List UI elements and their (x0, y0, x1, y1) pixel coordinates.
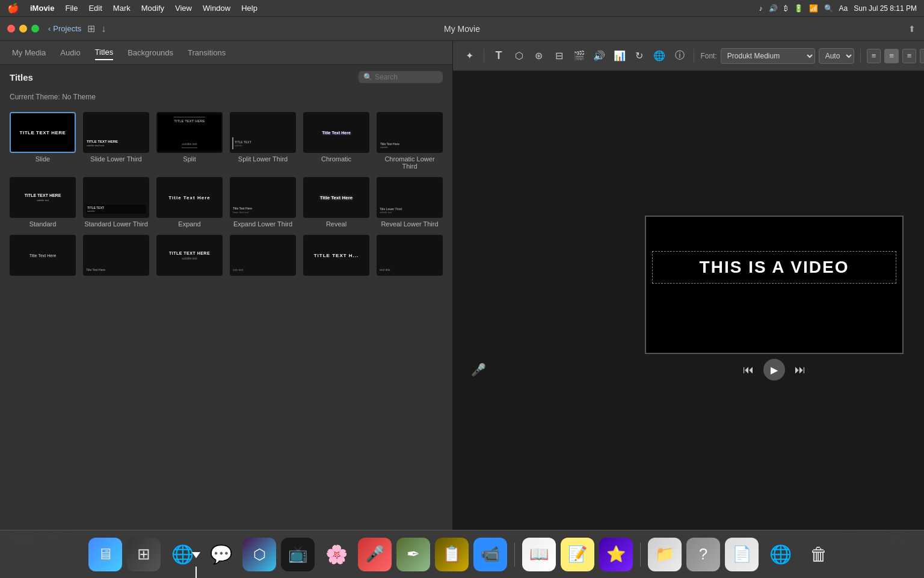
size-selector[interactable]: Auto (819, 48, 854, 64)
font-selector[interactable]: Produkt Medium (721, 48, 815, 64)
apple-menu[interactable]: 🍎 (7, 2, 19, 14)
menubar-file[interactable]: File (65, 4, 78, 13)
back-chevron-icon: ‹ (48, 24, 51, 33)
close-button[interactable] (7, 25, 15, 33)
soundboard-icon: 🎤 (365, 545, 384, 564)
title-item-row4-5[interactable]: TITLE TEXT H... (303, 235, 369, 278)
photos-icon: 🌸 (325, 544, 348, 565)
menubar-help[interactable]: Help (241, 4, 257, 13)
tab-transitions[interactable]: Transitions (188, 46, 226, 60)
title-item-row4-1[interactable]: Title Text Here (10, 235, 76, 278)
dock: 🖥 ⊞ 🌐 💬 ⬡ 📺 🌸 🎤 ✒ 📋 📹 📖 📝 ⭐ 📁 ? (0, 530, 924, 578)
menubar-mark[interactable]: Mark (113, 4, 131, 13)
dock-slack[interactable]: ⬡ (242, 538, 276, 571)
minimize-button[interactable] (19, 25, 27, 33)
grid-icon[interactable]: ⊞ (87, 23, 95, 34)
share-icon[interactable]: ⬆ (908, 24, 916, 34)
tab-backgrounds[interactable]: Backgrounds (128, 46, 173, 60)
title-item-reveal-lower-third[interactable]: Title Lower Third subtitle text Reveal L… (377, 177, 443, 228)
dock-finder2[interactable]: 📁 (648, 538, 682, 571)
tool-style-icon[interactable]: ⬡ (511, 48, 527, 64)
dock-messages[interactable]: 💬 (204, 538, 238, 571)
dock-chrome2[interactable]: 🌐 (763, 538, 797, 571)
title-label-split: Split (183, 155, 196, 163)
titles-header: Titles 🔍 (0, 65, 452, 89)
dock-dictionary[interactable]: 📖 (522, 538, 556, 571)
title-item-row4-4[interactable]: sub text (230, 235, 296, 278)
dock-trash[interactable]: 🗑 (802, 538, 836, 571)
tool-text-icon[interactable]: T (490, 48, 507, 64)
dock-scrivener[interactable]: ✒ (396, 538, 430, 571)
maximize-button[interactable] (31, 25, 39, 33)
tool-volume-icon[interactable]: 🔊 (591, 48, 607, 64)
align-justify-button[interactable]: ≡ (920, 49, 924, 63)
tool-magic-icon[interactable]: ✦ (461, 48, 478, 64)
title-label-reveal: Reveal (326, 220, 346, 228)
title-item-row4-3[interactable]: TITLE TEXT HERE subtitle text (156, 235, 223, 278)
title-thumb-standard: TITLE TEXT HERE subtitle text (10, 177, 76, 218)
tool-info-icon[interactable]: ⓘ (671, 48, 688, 64)
dock-stickies[interactable]: 📄 (725, 538, 759, 571)
toolbar: ✦ T ⬡ ⊛ ⊟ 🎬 🔊 📊 ↻ 🌐 ⓘ Font: Produkt Medi… (453, 41, 924, 71)
menubar-siri[interactable]: Aa (839, 4, 848, 13)
dock-imovie[interactable]: ⭐ (599, 538, 633, 571)
skip-back-button[interactable]: ⏮ (743, 364, 754, 376)
menubar-volume[interactable]: 🔊 (769, 4, 778, 13)
dock-finder[interactable]: 🖥 (88, 538, 122, 571)
align-left-button[interactable]: ≡ (867, 49, 881, 63)
dock-help[interactable]: ? (686, 538, 720, 571)
menubar-edit[interactable]: Edit (88, 4, 102, 13)
dock-zoom[interactable]: 📹 (473, 538, 507, 571)
microphone-button[interactable]: 🎤 (471, 362, 486, 377)
title-item-expand[interactable]: Title Text Here Expand (156, 177, 223, 228)
align-center-button[interactable]: ≡ (884, 49, 899, 63)
tool-crop-icon[interactable]: ⊟ (551, 48, 567, 64)
title-item-reveal[interactable]: Title Text Here Reveal (303, 177, 369, 228)
title-item-standard[interactable]: TITLE TEXT HERE subtitle text Standard (10, 177, 76, 228)
tool-globe-icon[interactable]: 🌐 (651, 48, 668, 64)
left-panel: My Media Audio Titles Backgrounds Transi… (0, 41, 453, 530)
imovie-dock-icon: ⭐ (606, 545, 626, 564)
tool-rotate-icon[interactable]: ↻ (631, 48, 647, 64)
tool-filter-icon[interactable]: ⊛ (531, 48, 547, 64)
title-item-split-lower-third[interactable]: TITLE TEXT subtitle Split Lower Third (230, 112, 296, 170)
title-item-expand-lower-third[interactable]: Title Text Here lower third text Expand … (230, 177, 296, 228)
menubar-bluetooth[interactable]: ₿ (784, 4, 788, 13)
dock-photos[interactable]: 🌸 (319, 538, 353, 571)
menubar-imovie[interactable]: iMovie (30, 4, 54, 13)
title-item-slide-lower-third[interactable]: TITLE TEXT HERE subtitle text here Slide… (83, 112, 149, 170)
dock-notes[interactable]: 📝 (561, 538, 594, 571)
title-item-split[interactable]: TITLE TEXT HERE subtitle text Split (156, 112, 223, 170)
align-right-button[interactable]: ≡ (902, 49, 917, 63)
tool-chart-icon[interactable]: 📊 (611, 48, 627, 64)
search-input[interactable] (375, 73, 435, 81)
timeline-playhead[interactable] (196, 567, 197, 578)
download-icon[interactable]: ↓ (101, 23, 106, 34)
title-item-slide[interactable]: TITLE TEXT HERE Slide (10, 112, 76, 170)
menubar-search[interactable]: 🔍 (824, 4, 833, 13)
slack-icon: ⬡ (253, 546, 266, 563)
tab-my-media[interactable]: My Media (12, 46, 46, 60)
dock-launchpad[interactable]: ⊞ (127, 538, 161, 571)
title-item-chromatic[interactable]: Title Text Here Chromatic (303, 112, 369, 170)
window-title: My Movie (444, 24, 480, 34)
chrome2-icon: 🌐 (769, 544, 792, 565)
title-item-chromatic-lower-third[interactable]: Title Text Here subtitle Chromatic Lower… (377, 112, 443, 170)
dock-presentations[interactable]: 📋 (435, 538, 469, 571)
title-item-row4-2[interactable]: Title Text Here (83, 235, 149, 278)
tab-audio[interactable]: Audio (60, 46, 80, 60)
title-thumb-split: TITLE TEXT HERE subtitle text (156, 112, 223, 153)
dock-soundboard[interactable]: 🎤 (358, 538, 392, 571)
tab-titles[interactable]: Titles (95, 45, 114, 60)
title-item-standard-lower-third[interactable]: TITLE TEXT subtitle Standard Lower Third (83, 177, 149, 228)
menubar-view[interactable]: View (175, 4, 192, 13)
dock-appletv[interactable]: 📺 (281, 538, 315, 571)
menubar-modify[interactable]: Modify (141, 4, 164, 13)
tool-camera-icon[interactable]: 🎬 (571, 48, 587, 64)
projects-button[interactable]: ‹ Projects (48, 24, 81, 33)
skip-forward-button[interactable]: ⏭ (795, 364, 805, 376)
play-button[interactable]: ▶ (763, 359, 785, 381)
title-item-row4-6[interactable]: end title (377, 235, 443, 278)
menubar-right: ♪ 🔊 ₿ 🔋 📶 🔍 Aa Sun Jul 25 8:11 PM (759, 4, 917, 13)
menubar-window[interactable]: Window (203, 4, 230, 13)
